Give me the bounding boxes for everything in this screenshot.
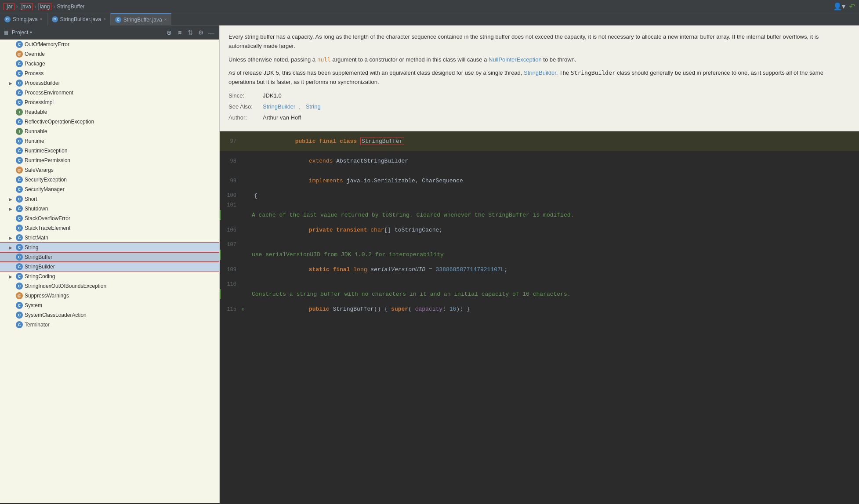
class-icon-c: C	[16, 118, 23, 125]
line-num-110: 110	[220, 281, 242, 287]
doc-since-val: JDK1.0	[263, 91, 282, 101]
line-num-107: 107	[220, 242, 242, 248]
tree-item-ProcessEnvironment[interactable]: C ProcessEnvironment	[0, 88, 219, 98]
class-icon-c: C	[16, 176, 23, 183]
tree-item-SafeVarargs[interactable]: @ SafeVarargs	[0, 165, 219, 175]
tree-item-ProcessBuilder[interactable]: ▶ C ProcessBuilder	[0, 78, 219, 88]
comment-text-1: A cache of the last value returned by to…	[252, 212, 574, 218]
tree-item-System[interactable]: C System	[0, 301, 219, 310]
tree-item-StringCoding[interactable]: ▶ C StringCoding	[0, 272, 219, 281]
tree-item-StackTraceElement[interactable]: C StackTraceElement	[0, 223, 219, 233]
class-icon-c: C	[16, 283, 23, 290]
tree-item-Process[interactable]: C Process	[0, 69, 219, 78]
breadcrumb-sep3: ›	[53, 4, 55, 10]
breadcrumb-java[interactable]: java	[20, 3, 33, 10]
user-icon[interactable]: 👤▾	[833, 2, 845, 11]
tree-item-SecurityException[interactable]: C SecurityException	[0, 175, 219, 185]
breadcrumb-sep2: ›	[35, 4, 36, 10]
doc-comment-2: use serialVersionUID from JDK 1.0.2 for …	[220, 250, 859, 260]
tree-item-RuntimePermission[interactable]: C RuntimePermission	[0, 156, 219, 165]
class-icon-c: C	[16, 254, 23, 261]
tab-stringbuilder-java[interactable]: C StringBuilder.java ×	[47, 13, 111, 25]
code-line-99: 99 implements java.io.Serializable, Char…	[220, 171, 859, 191]
tree-item-StringIndexOutOfBoundsException[interactable]: C StringIndexOutOfBoundsException	[0, 281, 219, 291]
class-icon-a: @	[16, 51, 23, 58]
class-icon-a: @	[16, 292, 23, 299]
line-num-99: 99	[220, 178, 242, 184]
tree-item-Package[interactable]: C Package	[0, 59, 219, 69]
breadcrumb: .jar › java › lang › StringBuffer	[4, 3, 85, 10]
tree-item-StringBuffer[interactable]: C StringBuffer	[0, 252, 219, 262]
hide-icon[interactable]: —	[207, 29, 216, 36]
sidebar-header: ▦ Project ▾ ⊕ ≡ ⇅ ⚙ —	[0, 25, 219, 40]
tree-item-Readable[interactable]: I Readable	[0, 107, 219, 117]
breadcrumb-lang[interactable]: lang	[38, 3, 52, 10]
tree-item-String[interactable]: ▶ C String	[0, 243, 219, 252]
settings-icon[interactable]: ⚙	[196, 29, 205, 36]
doc-seealso-label: See Also:	[228, 102, 259, 112]
class-icon-c: C	[16, 138, 23, 145]
filter-icon[interactable]: ⇅	[186, 29, 195, 36]
sidebar-icons: ⊕ ≡ ⇅ ⚙ —	[165, 29, 216, 36]
sidebar-dropdown-icon[interactable]: ▾	[30, 30, 32, 35]
tree-item-SecurityManager[interactable]: C SecurityManager	[0, 185, 219, 194]
editor-area: Every string buffer has a capacity. As l…	[220, 25, 859, 503]
tab-string-label: String.java	[13, 16, 38, 22]
class-icon-c: C	[16, 225, 23, 232]
class-icon-c: C	[16, 312, 23, 319]
tree-item-Shutdown[interactable]: ▶ C Shutdown	[0, 204, 219, 214]
tree-item-StrictMath[interactable]: ▶ C StrictMath	[0, 233, 219, 243]
tree-item-Override[interactable]: @ Override	[0, 49, 219, 59]
doc-paragraph-3: As of release JDK 5, this class has been…	[228, 69, 850, 87]
class-icon-c: C	[16, 99, 23, 106]
class-icon-c: C	[16, 80, 23, 87]
tab-stringbuffer-close[interactable]: ×	[164, 17, 167, 22]
doc-comment-3: Constructs a string buffer with no chara…	[220, 289, 859, 299]
doc-paragraph-2: Unless otherwise noted, passing a null a…	[228, 55, 850, 65]
tree-item-SystemClassLoaderAction[interactable]: C SystemClassLoaderAction	[0, 310, 219, 320]
doc-paragraph-1: Every string buffer has a capacity. As l…	[228, 33, 850, 51]
back-icon[interactable]: ↶	[849, 2, 855, 11]
tab-string-java[interactable]: C String.java ×	[0, 13, 47, 25]
doc-author-label: Author:	[228, 113, 259, 123]
line-num-115: 115	[220, 306, 242, 312]
tab-string-close[interactable]: ×	[40, 17, 43, 22]
line-content-97: public final class StringBuffer	[250, 131, 408, 151]
line-content-106: private transient char[] toStringCache;	[250, 220, 446, 240]
tab-stringbuffer-icon: C	[115, 17, 121, 23]
tree-item-ProcessImpl[interactable]: C ProcessImpl	[0, 98, 219, 107]
doc-npe-link[interactable]: NullPointerException	[489, 56, 542, 63]
tab-string-icon: C	[4, 16, 11, 22]
doc-stringbuilder-link[interactable]: StringBuilder	[524, 69, 556, 76]
tree-item-ReflectiveOperationException[interactable]: C ReflectiveOperationException	[0, 117, 219, 127]
code-line-107: 107	[220, 240, 859, 250]
class-icon-c: C	[16, 273, 23, 280]
code-line-109: 109 static final long serialVersionUID =…	[220, 260, 859, 279]
class-icon-c: C	[16, 41, 23, 48]
doc-author-row: Author: Arthur van Hoff	[228, 113, 850, 123]
tree-item-RuntimeException[interactable]: C RuntimeException	[0, 146, 219, 156]
tree-item-SuppressWarnings[interactable]: @ SuppressWarnings	[0, 291, 219, 301]
tab-stringbuilder-close[interactable]: ×	[103, 17, 106, 22]
tree-item-StringBuilder[interactable]: C StringBuilder	[0, 262, 219, 272]
sync-icon[interactable]: ⊕	[165, 29, 174, 36]
tree-item-StackOverflowError[interactable]: C StackOverflowError	[0, 214, 219, 223]
line-num-101: 101	[220, 202, 242, 208]
doc-seealso-string[interactable]: String	[306, 102, 321, 112]
class-icon-c: C	[16, 205, 23, 212]
tree-item-OutOfMemoryError[interactable]: C OutOfMemoryError	[0, 40, 219, 49]
doc-seealso-stringbuilder[interactable]: StringBuilder	[263, 102, 295, 112]
class-icon-c: C	[16, 186, 23, 193]
tree-item-Runtime[interactable]: C Runtime	[0, 136, 219, 146]
tree-item-Runnable[interactable]: I Runnable	[0, 127, 219, 136]
breadcrumb-jar[interactable]: .jar	[4, 3, 14, 10]
class-icon-c: C	[16, 321, 23, 328]
code-line-110: 110	[220, 279, 859, 289]
tree-item-Short[interactable]: ▶ C Short	[0, 194, 219, 204]
tree-item-Terminator[interactable]: C Terminator	[0, 320, 219, 330]
doc-since-row: Since: JDK1.0	[228, 91, 850, 101]
line-content-115: public StringBuffer() { super( capacity:…	[250, 299, 474, 319]
tab-stringbuffer-java[interactable]: C StringBuffer.java ×	[111, 13, 172, 25]
collapse-icon[interactable]: ≡	[175, 29, 184, 36]
code-line-115: 115 ⊕ public StringBuffer() { super( cap…	[220, 299, 859, 319]
